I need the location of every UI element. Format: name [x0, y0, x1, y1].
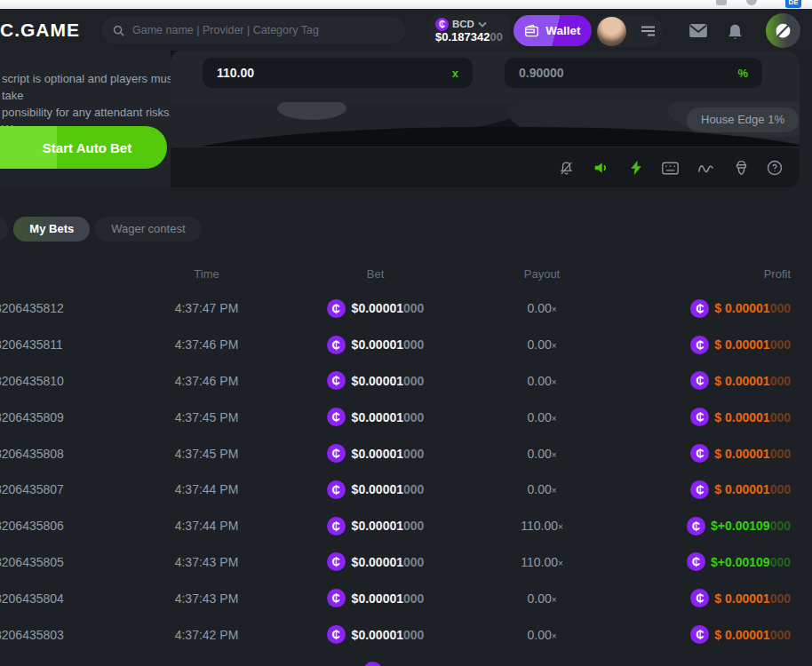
col-header-time: Time: [129, 267, 284, 281]
search-icon: [112, 24, 125, 37]
table-row[interactable]: 8206435806 4:37:44 PM ₵ $0.00001000 110.…: [0, 508, 812, 544]
balance: $0.18734200: [435, 31, 505, 44]
bcd-coin-icon: ₵: [327, 371, 346, 390]
bcd-coin-icon: ₵: [363, 662, 382, 666]
table-row[interactable]: 8206435807 4:37:44 PM ₵ $0.00001000 0.00…: [0, 472, 812, 508]
table-row[interactable]: 8206435810 4:37:46 PM ₵ $0.00001000 0.00…: [0, 363, 812, 400]
start-auto-bet-button[interactable]: Start Auto Bet: [0, 126, 167, 169]
bcd-coin-icon: ₵: [690, 589, 709, 607]
bet-amount: ₵ $0.00001000: [284, 517, 466, 535]
game-panel: script is optional and players must take…: [0, 51, 800, 187]
live-stats-icon[interactable]: [697, 159, 714, 177]
browser-extension-badge[interactable]: DE: [785, 0, 801, 8]
bet-payout: 0.00×: [466, 301, 617, 315]
currency-selector[interactable]: ₵ BCD $0.18734200: [430, 14, 510, 46]
bet-amount: ₵ $0.00001000: [284, 552, 466, 571]
search-bar[interactable]: Game name | Provider | Category Tag: [101, 17, 405, 44]
multiplier-sign: ×: [552, 450, 557, 460]
bcd-coin-icon: ₵: [690, 408, 709, 426]
my-bets-table: Time Bet Payout Profit 8206435812 4:37:4…: [0, 257, 812, 666]
table-row[interactable]: 8206435809 4:37:45 PM ₵ $0.00001000 0.00…: [0, 399, 812, 435]
bet-payout: 0.00×: [466, 447, 617, 461]
hotkeys-icon[interactable]: [661, 159, 679, 177]
table-row[interactable]: 8206435811 4:37:46 PM ₵ $0.00001000 0.00…: [0, 327, 812, 363]
bet-time: 4:37:45 PM: [129, 447, 284, 461]
seeds-icon[interactable]: [732, 159, 750, 177]
table-row[interactable]: 8206435808 4:37:45 PM ₵ $0.00001000 0.00…: [0, 435, 812, 472]
bcd-coin-icon: ₵: [690, 625, 709, 644]
browser-extension-icon[interactable]: [746, 0, 757, 5]
chat-icon: [774, 21, 792, 40]
multiplier-sign: ×: [552, 414, 557, 424]
bet-amount: ₵ $0.00001000: [284, 444, 466, 463]
table-row[interactable]: 8206435804 4:37:43 PM ₵ $0.00001000 0.00…: [0, 580, 812, 616]
chat-toggle-button[interactable]: [766, 13, 800, 48]
house-edge-badge: House Edge 1%: [687, 107, 799, 132]
notifications-icon[interactable]: [727, 23, 744, 41]
bet-profit: ₵ $+0.00109000: [617, 552, 812, 571]
bet-time: 4:37:47 PM: [129, 301, 284, 315]
payout-value: 110.00: [217, 66, 254, 80]
menu-icon: [641, 26, 655, 36]
bcd-coin-icon: ₵: [327, 336, 346, 354]
bcd-coin-icon: ₵: [435, 18, 449, 31]
win-chance-input[interactable]: 0.90000 %: [505, 58, 762, 88]
tab-all-bets[interactable]: ets: [0, 217, 8, 242]
turbo-icon[interactable]: [627, 159, 645, 177]
percent-suffix: %: [737, 67, 748, 80]
bet-payout: 0.00×: [466, 628, 617, 642]
wallet-button[interactable]: Wallet: [513, 15, 592, 46]
bet-id: 8206435803: [0, 628, 123, 642]
messages-icon[interactable]: [689, 23, 708, 38]
currency-code: BCD: [452, 19, 474, 29]
autobet-sidebar: script is optional and players must take…: [0, 51, 171, 187]
browser-extension-icon[interactable]: [716, 0, 727, 5]
bet-amount: ₵ $0.00001000: [284, 336, 466, 354]
table-row[interactable]: 8206435803 4:37:42 PM ₵ $0.00001000 0.00…: [0, 616, 812, 653]
multiplier-sign: ×: [558, 522, 563, 532]
multiplier-sign: ×: [552, 305, 557, 314]
screen: DE C.GAME Game name | Provider | Categor…: [0, 0, 812, 666]
profile-menu[interactable]: [595, 15, 663, 47]
bet-id: 8206435812: [0, 301, 123, 315]
bcd-coin-icon: ₵: [327, 299, 346, 318]
multiplier-sign: ×: [552, 377, 557, 387]
bet-id: 8206435808: [0, 447, 123, 461]
table-row[interactable]: ₵ ₵: [0, 653, 812, 666]
bet-payout: 0.00×: [466, 337, 617, 352]
multiplier-sign: ×: [558, 559, 563, 568]
bet-amount: ₵ $0.00001000: [284, 480, 466, 499]
col-header-profit: Profit: [617, 267, 812, 281]
animation-off-icon[interactable]: [557, 159, 575, 177]
help-icon[interactable]: [766, 159, 784, 177]
bet-time: 4:37:43 PM: [129, 555, 284, 569]
table-row[interactable]: 8206435805 4:37:43 PM ₵ $0.00001000 110.…: [0, 544, 812, 581]
bet-time: 4:37:43 PM: [129, 591, 284, 606]
win-chance-value: 0.90000: [519, 66, 564, 80]
bet-id: 8206435804: [0, 591, 123, 606]
multiplier-sign: ×: [552, 486, 557, 496]
bcd-coin-icon: ₵: [327, 480, 346, 499]
payout-input[interactable]: 110.00 x: [203, 58, 473, 88]
bcd-coin-icon: ₵: [327, 552, 346, 571]
bcd-coin-icon: ₵: [690, 371, 709, 390]
bet-profit: ₵ $ 0.00001000: [617, 444, 812, 463]
tab-wager-contest[interactable]: Wager contest: [95, 217, 201, 242]
bet-profit: ₵ $+0.00109000: [617, 517, 812, 535]
tab-my-bets[interactable]: My Bets: [13, 217, 90, 242]
bcd-coin-icon: ₵: [327, 408, 346, 426]
bet-profit: ₵ $ 0.00001000: [617, 480, 812, 499]
table-header-row: Time Bet Payout Profit: [0, 257, 812, 290]
bcd-coin-icon: ₵: [327, 517, 346, 535]
bcd-coin-icon: ₵: [327, 444, 346, 463]
table-row[interactable]: 8206435812 4:37:47 PM ₵ $0.00001000 0.00…: [0, 290, 812, 327]
bet-id: 8206435810: [0, 374, 123, 388]
multiplier-sign: ×: [552, 595, 557, 605]
bet-payout: 0.00×: [466, 410, 617, 424]
multiplier-sign: ×: [552, 341, 557, 351]
game-canvas: 110.00 x 0.90000 % House Edge 1%: [171, 51, 800, 187]
logo[interactable]: C.GAME: [0, 20, 80, 41]
search-placeholder: Game name | Provider | Category Tag: [132, 24, 319, 36]
avatar: [597, 17, 626, 46]
sound-on-icon[interactable]: [593, 159, 610, 177]
